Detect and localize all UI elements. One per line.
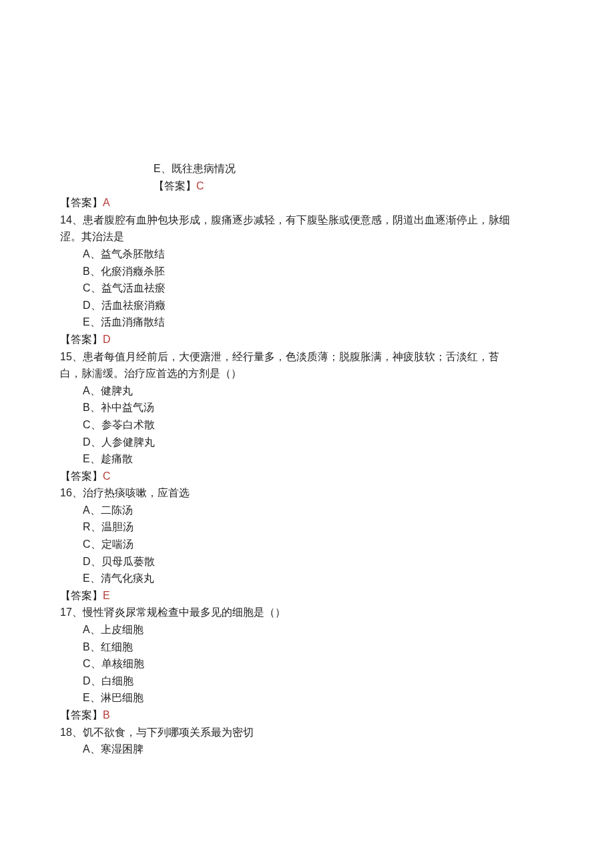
option: E、活血消痛散结 (60, 314, 554, 331)
question-stem: 15、患者每值月经前后，大便溏泄，经行量多，色淡质薄；脱腹胀满，神疲肢软；舌淡红… (60, 348, 554, 366)
option: C、定喘汤 (60, 536, 554, 553)
answer-line: 【答案】C (60, 468, 554, 485)
option: E、清气化痰丸 (60, 570, 554, 587)
option: A、上皮细胞 (60, 621, 554, 638)
question-stem: 16、治疗热痰咳嗽，应首选 (60, 484, 554, 502)
question-stem: 14、患者腹腔有血肿包块形成，腹痛逐步减轻，有下腹坠胀或便意感，阴道出血逐渐停止… (60, 211, 554, 229)
option: E、趁痛散 (60, 450, 554, 468)
question-stem: 白，脉濡缓。治疗应首选的方剂是（） (60, 365, 554, 382)
answer-letter: B (103, 709, 110, 721)
document-page: E、既往患病情况 【答案】C 【答案】A 14、患者腹腔有血肿包块形成，腹痛逐步… (0, 0, 614, 868)
answer-label: 【答案】 (154, 180, 196, 191)
option: C、单核细胞 (60, 655, 554, 673)
option: A、二陈汤 (60, 502, 554, 519)
option: A、益气杀胚散结 (60, 246, 554, 263)
answer-letter: D (103, 334, 111, 345)
option-e: E、既往患病情况 (60, 160, 554, 177)
option: B、红细胞 (60, 638, 554, 656)
answer-line: 【答案】B (60, 707, 554, 724)
answer-letter: C (103, 470, 111, 482)
answer-line: 【答案】E (60, 587, 554, 604)
answer-letter: C (196, 180, 204, 191)
answer-letter: E (103, 590, 110, 601)
answer-label: 【答案】 (60, 197, 103, 208)
option: D、人参健脾丸 (60, 434, 554, 451)
option: A、健脾丸 (60, 382, 554, 400)
answer-label: 【答案】 (60, 470, 103, 482)
answer-letter: A (103, 197, 110, 208)
question-stem: 涩。其治法是 (60, 228, 554, 246)
question-stem: 17、慢性肾炎尿常规检查中最多见的细胞是（） (60, 604, 554, 621)
option: C、参苓白术散 (60, 416, 554, 434)
option: A、寒湿困脾 (60, 741, 554, 758)
option: D、贝母瓜蒌散 (60, 553, 554, 570)
answer-line: 【答案】C (60, 177, 554, 195)
question-stem: 18、饥不欲食，与下列哪项关系最为密切 (60, 724, 554, 741)
option: C、益气活血祛瘀 (60, 280, 554, 297)
option: D、白细胞 (60, 673, 554, 690)
answer-label: 【答案】 (60, 334, 103, 345)
option: D、活血祛瘀消癥 (60, 297, 554, 314)
option: E、淋巴细胞 (60, 689, 554, 707)
answer-line-13: 【答案】A (60, 194, 554, 211)
option: B、化瘀消癥杀胚 (60, 263, 554, 280)
answer-label: 【答案】 (60, 709, 103, 721)
option: B、补中益气汤 (60, 399, 554, 416)
answer-line: 【答案】D (60, 331, 554, 348)
answer-label: 【答案】 (60, 590, 103, 601)
option: R、温胆汤 (60, 518, 554, 536)
